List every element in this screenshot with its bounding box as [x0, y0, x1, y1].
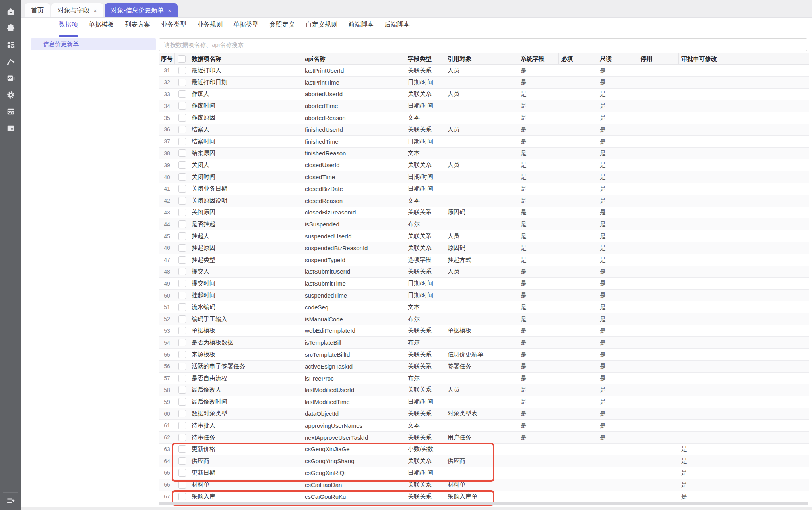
table-row[interactable]: 67采购入库csCaiGouRuKu关联关系采购入库单是 [159, 491, 809, 503]
table-row[interactable]: 63更新价格csGengXinJiaGe小数/实数是 [159, 444, 809, 456]
row-checkbox[interactable] [178, 292, 186, 299]
row-checkbox[interactable] [178, 327, 186, 334]
table-row[interactable]: 37结案时间finishedTime日期/时间是是 [159, 136, 809, 148]
row-checkbox[interactable] [178, 173, 186, 181]
table-row[interactable]: 58最后修改人lastModifiedUserId关联关系人员是是 [159, 384, 809, 396]
tab-object-info-price-update[interactable]: 对象-信息价更新单 × [105, 3, 178, 17]
subtab-0[interactable]: 数据项 [59, 21, 78, 37]
row-checkbox[interactable] [178, 102, 186, 110]
row-checkbox[interactable] [178, 398, 186, 406]
table-row[interactable]: 34作废时间abortedTime日期/时间是是 [159, 100, 809, 112]
apps-grid-icon[interactable] [0, 37, 21, 53]
table-row[interactable]: 35作废原因abortedReason文本是是 [159, 112, 809, 124]
row-checkbox[interactable] [178, 434, 186, 441]
table-row[interactable]: 49提交时间lastSubmitTime日期/时间是是 [159, 278, 809, 290]
search-input[interactable] [159, 38, 807, 51]
row-checkbox[interactable] [178, 422, 186, 429]
row-checkbox[interactable] [178, 375, 186, 382]
table-row[interactable]: 56活跃的电子签署任务activeEsignTaskId关联关系签署任务是是 [159, 361, 809, 373]
table-row[interactable]: 50挂起时间suspendedTime日期/时间是是 [159, 290, 809, 301]
subtab-1[interactable]: 单据模板 [89, 21, 114, 37]
subtab-3[interactable]: 业务类型 [161, 21, 186, 37]
table-row[interactable]: 57是否自由流程isFreeProc布尔是是 [159, 373, 809, 384]
select-all-checkbox[interactable] [178, 55, 186, 63]
table-row[interactable]: 40关闭时间closedTime日期/时间是是 [159, 171, 809, 183]
row-checkbox[interactable] [178, 445, 186, 453]
table-row[interactable]: 62待审任务nextApproveUserTaskId关联关系用户任务是是 [159, 432, 809, 444]
row-checkbox[interactable] [178, 79, 186, 86]
table-row[interactable]: 55来源模板srcTemplateBillId关联关系信息价更新单是是 [159, 349, 809, 361]
tab-object-and-fields[interactable]: 对象与字段 × [51, 3, 103, 17]
tab-home[interactable]: 首页 [25, 3, 50, 17]
table-row[interactable]: 43关闭原因closedBizReasonId关联关系原因码是是 [159, 207, 809, 219]
subtab-7[interactable]: 自定义规则 [306, 21, 337, 37]
table-row[interactable]: 53单据模板webEditTemplateId关联关系单据模板是是 [159, 325, 809, 337]
collapse-sidebar-icon[interactable] [0, 494, 21, 508]
row-checkbox[interactable] [178, 149, 186, 157]
row-checkbox[interactable] [178, 469, 186, 477]
table-row[interactable]: 52编码手工输入isManualCode布尔是是 [159, 313, 809, 325]
row-checkbox[interactable] [178, 363, 186, 370]
row-checkbox[interactable] [178, 220, 186, 228]
subtab-5[interactable]: 单据类型 [233, 21, 259, 37]
subtab-8[interactable]: 前端脚本 [348, 21, 374, 37]
table-row[interactable]: 64供应商csGongYingShang关联关系供应商是 [159, 455, 809, 467]
table-row[interactable]: 46挂起原因suspendedBizReasonId关联关系原因码是是 [159, 242, 809, 254]
row-checkbox[interactable] [178, 386, 186, 394]
table-row[interactable]: 36结案人finishedUserId关联关系人员是是 [159, 124, 809, 136]
row-checkbox[interactable] [178, 161, 186, 169]
table-row[interactable]: 45挂起人suspendedUserId关联关系人员是是 [159, 230, 809, 242]
row-checkbox[interactable] [178, 209, 186, 216]
table-row[interactable]: 39关闭人closedUserId关联关系人员是是 [159, 159, 809, 171]
row-checkbox[interactable] [178, 67, 186, 74]
puzzle-plugin-icon[interactable] [0, 20, 21, 37]
table-row[interactable]: 66材料单csCaiLiaoDan关联关系材料单是 [159, 479, 809, 491]
row-checkbox[interactable] [178, 410, 186, 417]
layout-icon[interactable] [0, 120, 21, 137]
table-row[interactable]: 41关闭业务日期closedBizDate日期/时间是是 [159, 183, 809, 195]
row-checkbox[interactable] [178, 244, 186, 252]
table-row[interactable]: 61待审批人approvingUserNames文本是是 [159, 420, 809, 432]
subtab-6[interactable]: 参照定义 [269, 21, 295, 37]
table-row[interactable]: 47挂起类型suspendTypeId选项字段挂起方式是是 [159, 254, 809, 266]
table-row[interactable]: 59最后修改时间lastModifiedTime日期/时间是是 [159, 396, 809, 408]
table-row[interactable]: 44是否挂起isSuspended布尔是是 [159, 218, 809, 230]
row-checkbox[interactable] [178, 481, 186, 489]
row-checkbox[interactable] [178, 280, 186, 287]
flow-branch-icon[interactable] [0, 53, 21, 70]
row-checkbox[interactable] [178, 232, 186, 240]
row-checkbox[interactable] [178, 457, 186, 465]
table-row[interactable]: 33作废人abortedUserId关联关系人员是是 [159, 89, 809, 100]
row-checkbox[interactable] [178, 126, 186, 133]
table-row[interactable]: 60数据对象类型dataObjectId关联关系对象类型表是是 [159, 408, 809, 420]
row-checkbox[interactable] [178, 90, 186, 98]
table-row[interactable]: 54是否为模板数据isTemplateBill布尔是是 [159, 337, 809, 349]
row-checkbox[interactable] [178, 315, 186, 323]
row-checkbox[interactable] [178, 339, 186, 346]
object-item-selected[interactable]: 信息价更新单 [31, 38, 156, 50]
table-row[interactable]: 31最近打印人lastPrintUserId关联关系人员是是 [159, 65, 809, 77]
table-row[interactable]: 32最近打印日期lastPrintTime日期/时间是是 [159, 77, 809, 89]
row-checkbox[interactable] [178, 256, 186, 264]
row-checkbox[interactable] [178, 268, 186, 275]
subtab-4[interactable]: 业务规则 [197, 21, 223, 37]
row-checkbox[interactable] [178, 114, 186, 122]
report-icon[interactable] [0, 70, 21, 87]
table-row[interactable]: 48提交人lastSubmitUserId关联关系人员是是 [159, 266, 809, 278]
row-checkbox[interactable] [178, 303, 186, 311]
home-icon[interactable] [0, 3, 21, 20]
subtab-9[interactable]: 后端脚本 [384, 21, 410, 37]
close-icon[interactable]: × [93, 8, 97, 14]
close-icon[interactable]: × [168, 8, 171, 14]
row-checkbox[interactable] [178, 493, 186, 500]
code-window-icon[interactable] [0, 103, 21, 120]
table-row[interactable]: 65更新日期csGengXinRiQi日期/时间是 [159, 467, 809, 479]
horizontal-scrollbar[interactable] [159, 502, 808, 505]
table-row[interactable]: 42关闭原因说明closedReason文本是是 [159, 195, 809, 207]
subtab-2[interactable]: 列表方案 [125, 21, 150, 37]
row-checkbox[interactable] [178, 197, 186, 205]
table-row[interactable]: 38结案原因finishedReason文本是是 [159, 148, 809, 160]
row-checkbox[interactable] [178, 351, 186, 358]
table-row[interactable]: 51流水编码codeSeq文本是是 [159, 301, 809, 313]
row-checkbox[interactable] [178, 138, 186, 145]
